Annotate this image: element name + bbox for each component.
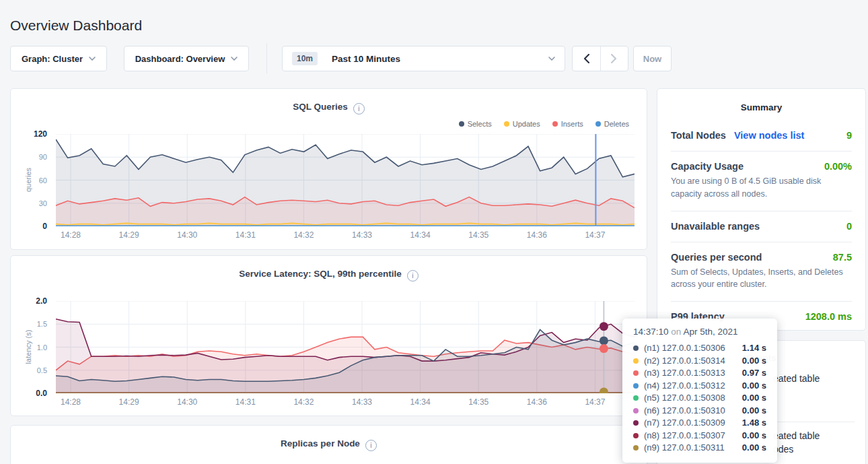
series-dot-icon <box>633 433 639 438</box>
sql-queries-panel: SQL Queriesi SelectsUpdatesInsertsDelete… <box>10 88 647 250</box>
node-address: (n5) 127.0.0.1:50308 <box>644 392 725 405</box>
node-latency-value: 0.00 s <box>742 392 766 405</box>
info-icon[interactable]: i <box>353 103 365 114</box>
x-tick: 14:34 <box>410 230 431 240</box>
y-tick: 60 <box>13 176 47 185</box>
stat-label: Total Nodes <box>671 130 726 141</box>
y-tick: 120 <box>13 129 47 139</box>
node-address: (n7) 127.0.0.1:50309 <box>644 417 725 430</box>
legend-item-updates[interactable]: Updates <box>504 120 540 128</box>
prev-range-button[interactable] <box>573 46 601 71</box>
node-address: (n8) 127.0.0.1:50307 <box>644 430 725 442</box>
x-axis-ticks: 14:2814:2914:3014:3114:3214:3314:3414:35… <box>56 397 635 408</box>
chart-title: Service Latency: SQL, 99th percentile <box>239 269 402 279</box>
summary-title: Summary <box>657 89 865 112</box>
tooltip-row: (n4) 127.0.0.1:503120.00 s <box>633 380 766 393</box>
node-address: (n3) 127.0.0.1:50313 <box>644 367 725 380</box>
x-tick: 14:30 <box>177 397 197 407</box>
x-tick: 14:32 <box>293 230 314 240</box>
x-tick: 14:35 <box>468 397 489 407</box>
event-text-fragment: eated table <box>773 430 820 441</box>
x-tick: 14:33 <box>352 397 372 407</box>
tooltip-row: (n8) 127.0.0.1:503070.00 s <box>633 430 766 442</box>
tooltip-row: (n5) 127.0.0.1:503080.00 s <box>633 392 766 405</box>
tooltip-timestamp: 14:37:10 on Apr 5th, 2021 <box>633 327 766 337</box>
x-tick: 14:31 <box>236 397 256 407</box>
node-address: (n6) 127.0.0.1:50310 <box>644 405 725 418</box>
x-tick: 14:35 <box>468 230 489 240</box>
view-nodes-list-link[interactable]: View nodes list <box>734 130 805 141</box>
time-range-nav <box>572 46 628 71</box>
x-tick: 14:37 <box>585 397 605 407</box>
summary-panel: Summary Total NodesView nodes list9Capac… <box>657 88 866 331</box>
series-dot-icon <box>633 345 639 351</box>
legend-dot-icon <box>459 121 464 127</box>
y-tick: 1.5 <box>13 320 47 328</box>
now-button[interactable]: Now <box>633 46 672 71</box>
tooltip-row: (n6) 127.0.0.1:503100.00 s <box>633 405 766 418</box>
x-tick: 14:28 <box>61 397 81 407</box>
node-latency-value: 1.14 s <box>742 342 766 355</box>
graph-selector-dropdown[interactable]: Graph: Cluster <box>10 46 107 71</box>
stat-value: 1208.0 ms <box>805 311 852 322</box>
series-dot-icon <box>633 420 639 426</box>
chart-title: Replicas per Node <box>281 438 360 449</box>
dashboard-selector-dropdown[interactable]: Dashboard: Overview <box>124 46 249 71</box>
chevron-down-icon <box>89 57 96 61</box>
x-tick: 14:29 <box>119 230 139 240</box>
sql-queries-chart[interactable] <box>56 134 635 226</box>
legend-dot-icon <box>595 121 601 127</box>
series-dot-icon <box>633 445 639 451</box>
next-range-button[interactable] <box>601 46 628 71</box>
legend-item-inserts[interactable]: Inserts <box>552 120 583 128</box>
tooltip-rows: (n1) 127.0.0.1:503061.14 s(n2) 127.0.0.1… <box>633 342 766 455</box>
info-icon[interactable]: i <box>407 270 419 281</box>
legend-dot-icon <box>504 121 509 127</box>
tooltip-row: (n1) 127.0.0.1:503061.14 s <box>633 342 766 355</box>
time-window-badge: 10m <box>292 52 318 65</box>
summary-row: Total NodesView nodes list9 <box>671 121 852 151</box>
x-axis-ticks: 14:2814:2914:3014:3114:3214:3314:3414:35… <box>56 230 635 241</box>
legend-item-deletes[interactable]: Deletes <box>595 120 629 128</box>
node-address: (n1) 127.0.0.1:50306 <box>644 342 725 355</box>
tooltip-row: (n9) 127.0.0.1:503110.00 s <box>633 442 766 455</box>
chart-title: SQL Queries <box>293 102 348 112</box>
x-tick: 14:33 <box>352 230 372 240</box>
stat-value: 87.5 <box>833 252 852 263</box>
page-title: Overview Dashboard <box>10 18 142 34</box>
node-address: (n4) 127.0.0.1:50312 <box>644 380 725 393</box>
stat-label: Queries per second <box>671 252 762 263</box>
node-latency-value: 0.00 s <box>742 355 766 368</box>
stat-value: 0 <box>846 221 852 232</box>
chevron-down-icon <box>231 57 238 61</box>
chevron-down-icon <box>548 57 555 61</box>
node-latency-value: 0.00 s <box>742 430 766 442</box>
info-icon[interactable]: i <box>365 440 377 451</box>
time-range-dropdown[interactable]: 10m Past 10 Minutes <box>282 46 565 71</box>
event-text-fragment: eated table <box>773 373 820 384</box>
y-tick: 2.0 <box>13 296 47 306</box>
summary-rows: Total NodesView nodes list9Capacity Usag… <box>657 121 865 332</box>
node-latency-value: 0.00 s <box>742 442 766 455</box>
time-window-label: Past 10 Minutes <box>332 54 400 64</box>
y-tick: 30 <box>13 199 47 207</box>
x-tick: 14:31 <box>236 230 256 240</box>
y-tick: 90 <box>13 153 47 161</box>
x-tick: 14:32 <box>293 397 314 407</box>
series-dot-icon <box>633 395 639 401</box>
legend-dot-icon <box>552 121 558 127</box>
dashboard-selector-label: Dashboard: Overview <box>135 54 225 64</box>
x-tick: 14:29 <box>119 397 139 407</box>
y-tick: 1.0 <box>13 343 47 352</box>
x-tick: 14:36 <box>527 230 547 240</box>
replicas-per-node-panel: Replicas per Nodei <box>10 425 647 464</box>
legend-item-selects[interactable]: Selects <box>459 120 492 128</box>
y-axis-ticks: 2.01.51.00.50.0 <box>17 301 51 393</box>
series-dot-icon <box>633 408 639 413</box>
tooltip-row: (n3) 127.0.0.1:503130.97 s <box>633 367 766 380</box>
series-dot-icon <box>633 358 639 364</box>
service-latency-chart[interactable] <box>56 301 635 393</box>
node-address: (n9) 127.0.0.1:50311 <box>644 442 725 455</box>
stat-label: Unavailable ranges <box>671 221 760 232</box>
summary-row: Queries per second87.5Sum of Selects, Up… <box>671 242 852 302</box>
